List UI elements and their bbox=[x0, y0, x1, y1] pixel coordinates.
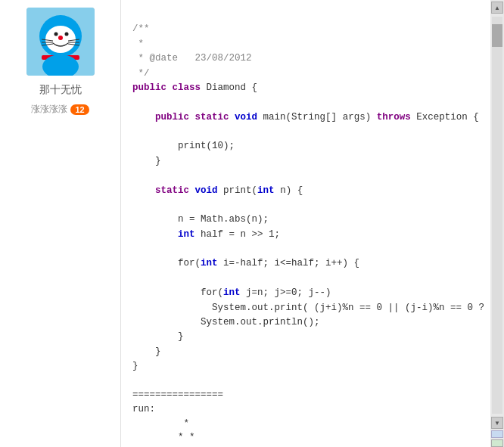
sidebar: 那十无忧 涨涨涨涨 12 bbox=[0, 0, 121, 447]
scroll-track[interactable] bbox=[492, 17, 502, 414]
scroll-up-button[interactable]: ▲ bbox=[491, 2, 503, 14]
stats-label: 涨涨涨涨 bbox=[31, 103, 67, 116]
main-content[interactable]: /** * * @date 23/08/2012 */ public class… bbox=[121, 0, 490, 447]
sidebar-tab-2[interactable]: 在线答题赢豆豆 bbox=[491, 439, 503, 447]
divider: ================ bbox=[132, 390, 223, 400]
run-output: ================ run: * * * * * * * * * … bbox=[132, 374, 479, 447]
code-block: /** * * @date 23/08/2012 */ public class… bbox=[132, 8, 479, 374]
scroll-thumb[interactable] bbox=[492, 24, 502, 47]
username-label: 那十无忧 bbox=[39, 83, 82, 97]
scroll-down-button[interactable]: ▼ bbox=[491, 417, 503, 429]
avatar bbox=[26, 8, 95, 76]
svg-point-5 bbox=[54, 33, 58, 36]
right-panel: ▲ ▼ 站规及常见问题 在线答题赢豆豆 bbox=[490, 0, 504, 447]
sidebar-tab-1[interactable]: 站规及常见问题 bbox=[491, 430, 503, 438]
stats-row: 涨涨涨涨 12 bbox=[31, 103, 89, 116]
svg-point-6 bbox=[64, 33, 68, 36]
svg-point-7 bbox=[58, 36, 63, 40]
badge-count: 12 bbox=[70, 104, 89, 115]
run-label: run: bbox=[132, 404, 155, 414]
